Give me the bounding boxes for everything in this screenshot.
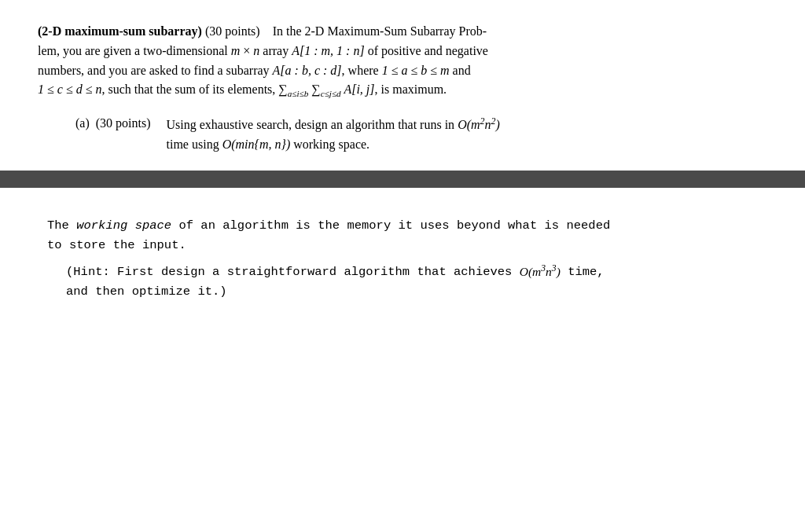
problem-desc-2: numbers, and you are asked to find a sub…: [38, 64, 471, 77]
top-section: (2-D maximum-sum subarray) (30 points) I…: [0, 0, 805, 171]
problem-points: (30 points) In the 2-D Maximum-Sum Subar…: [205, 24, 487, 38]
page-container: (2-D maximum-sum subarray) (30 points) I…: [0, 0, 805, 532]
hint-block: (Hint: First design a straightforward al…: [47, 261, 758, 302]
bottom-section: The working space of an algorithm is the…: [0, 188, 805, 532]
problem-title: (2-D maximum-sum subarray): [38, 24, 202, 38]
note-paragraph-1: The working space of an algorithm is the…: [47, 216, 758, 236]
hint-paragraph: (Hint: First design a straightforward al…: [66, 261, 758, 282]
subpart-a-label: (a) (30 points): [75, 114, 160, 134]
problem-desc-1: lem, you are given a two-dimensional m ×…: [38, 44, 488, 57]
note-paragraph-2: to store the input.: [47, 236, 758, 255]
problem-text: (2-D maximum-sum subarray) (30 points) I…: [38, 22, 767, 101]
subpart-a: (a) (30 points) Using exhaustive search,…: [38, 114, 767, 155]
subpart-a-line: (a) (30 points) Using exhaustive search,…: [75, 114, 767, 155]
divider-bar: [0, 171, 805, 188]
note-italic-working-space: working space: [76, 218, 171, 233]
problem-desc-3: 1 ≤ c ≤ d ≤ n, such that the sum of its …: [38, 83, 447, 96]
subpart-a-content: Using exhaustive search, design an algor…: [167, 114, 500, 155]
bottom-note: The working space of an algorithm is the…: [47, 216, 758, 302]
hint-end-paragraph: and then optimize it.): [66, 282, 758, 302]
